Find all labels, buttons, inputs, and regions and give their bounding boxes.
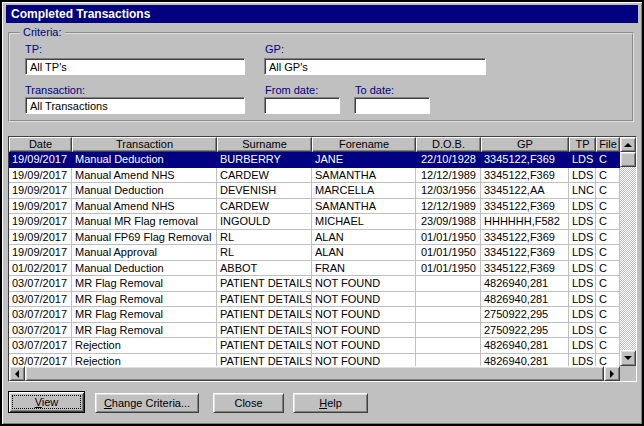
cell: 4826940,281 — [481, 354, 569, 367]
scroll-right-button[interactable] — [604, 366, 620, 381]
cell: LDS — [569, 338, 596, 354]
cell — [416, 307, 481, 323]
close-button[interactable]: Close — [213, 393, 284, 413]
change-criteria-button[interactable]: Change Criteria... — [95, 393, 199, 413]
cell: C — [596, 354, 620, 367]
to-date-input[interactable] — [354, 97, 430, 114]
table-row[interactable]: 19/09/2017Manual DeductionDEVENISHMARCEL… — [9, 183, 620, 199]
window-title: Completed Transactions — [11, 7, 150, 21]
mnemonic-char: H — [319, 397, 327, 409]
table-row[interactable]: 03/07/2017RejectionPATIENT DETAILSNOT FO… — [9, 354, 620, 367]
cell: 4826940,281 — [481, 338, 569, 354]
cell: LDS — [569, 276, 596, 292]
up-arrow-icon — [624, 143, 632, 147]
table-row[interactable]: 19/09/2017Manual FP69 Flag RemovalRLALAN… — [9, 230, 620, 246]
cell: LNC — [569, 183, 596, 199]
transactions-table: DateTransactionSurnameForenameD.O.B.GPTP… — [8, 136, 637, 382]
help-button[interactable]: Help — [293, 393, 368, 413]
from-date-input[interactable] — [264, 97, 340, 114]
mnemonic-char: C — [104, 397, 112, 409]
table-row[interactable]: 03/07/2017MR Flag RemovalPATIENT DETAILS… — [9, 292, 620, 308]
view-button[interactable]: View — [8, 391, 85, 413]
transaction-input[interactable] — [25, 97, 245, 114]
cell: Rejection — [72, 338, 217, 354]
scroll-down-button[interactable] — [620, 350, 636, 366]
cell: PATIENT DETAILS — [217, 276, 312, 292]
cell: Manual Deduction — [72, 261, 217, 277]
cell — [416, 354, 481, 367]
cell: C — [596, 276, 620, 292]
cell: C — [596, 292, 620, 308]
gp-input[interactable] — [264, 58, 486, 75]
horizontal-scrollbar[interactable] — [9, 366, 620, 381]
cell: 01/01/1950 — [416, 261, 481, 277]
cell: NOT FOUND — [312, 307, 416, 323]
table-row[interactable]: 03/07/2017RejectionPATIENT DETAILSNOT FO… — [9, 338, 620, 354]
cell: 03/07/2017 — [9, 354, 72, 367]
column-header-date[interactable]: Date — [9, 137, 72, 152]
scroll-up-button[interactable] — [620, 137, 636, 152]
column-header-file[interactable]: File — [596, 137, 620, 152]
cell: 3345122,F369 — [481, 168, 569, 184]
vertical-scroll-thumb[interactable] — [620, 152, 636, 167]
cell: C — [596, 307, 620, 323]
cell: Manual Approval — [72, 245, 217, 261]
cell: 2750922,295 — [481, 323, 569, 339]
column-header-surname[interactable]: Surname — [217, 137, 312, 152]
cell: Manual FP69 Flag Removal — [72, 230, 217, 246]
cell: LDS — [569, 307, 596, 323]
cell: PATIENT DETAILS — [217, 307, 312, 323]
cell: Manual Amend NHS — [72, 199, 217, 215]
scroll-left-button[interactable] — [9, 366, 25, 381]
down-arrow-icon — [624, 356, 632, 360]
cell: 03/07/2017 — [9, 338, 72, 354]
focus-ring — [12, 395, 81, 409]
to-date-label: To date: — [355, 84, 394, 96]
cell: 19/09/2017 — [9, 230, 72, 246]
criteria-groupbox: Criteria: TP: GP: Transaction: From date… — [8, 32, 634, 122]
tp-input[interactable] — [25, 58, 245, 75]
cell: 4826940,281 — [481, 276, 569, 292]
cell: 23/09/1988 — [416, 214, 481, 230]
table-row[interactable]: 01/02/2017Manual DeductionABBOTFRAN01/01… — [9, 261, 620, 277]
cell: Manual Deduction — [72, 183, 217, 199]
cell: C — [596, 183, 620, 199]
column-header-forename[interactable]: Forename — [312, 137, 416, 152]
title-bar: Completed Transactions — [6, 5, 638, 23]
cell: 03/07/2017 — [9, 323, 72, 339]
cell: MICHAEL — [312, 214, 416, 230]
cell: 19/09/2017 — [9, 168, 72, 184]
vertical-scrollbar[interactable] — [620, 137, 636, 366]
cell: 19/09/2017 — [9, 199, 72, 215]
cell: LDS — [569, 245, 596, 261]
criteria-group-label: Criteria: — [20, 26, 65, 38]
cell: BURBERRY — [217, 152, 312, 168]
gp-label: GP: — [265, 43, 284, 55]
table-row[interactable]: 19/09/2017Manual DeductionBURBERRYJANE22… — [9, 152, 620, 168]
column-header-gp[interactable]: GP — [481, 137, 569, 152]
table-row[interactable]: 19/09/2017Manual ApprovalRLALAN01/01/195… — [9, 245, 620, 261]
cell: PATIENT DETAILS — [217, 338, 312, 354]
cell: 3345122,F369 — [481, 245, 569, 261]
cell: 19/09/2017 — [9, 183, 72, 199]
cell: NOT FOUND — [312, 323, 416, 339]
column-header-tp[interactable]: TP — [569, 137, 596, 152]
cell: C — [596, 323, 620, 339]
cell: HHHHHH,F582 — [481, 214, 569, 230]
table-row[interactable]: 03/07/2017MR Flag RemovalPATIENT DETAILS… — [9, 276, 620, 292]
cell: C — [596, 168, 620, 184]
cell: C — [596, 214, 620, 230]
table-row[interactable]: 03/07/2017MR Flag RemovalPATIENT DETAILS… — [9, 307, 620, 323]
cell: LDS — [569, 214, 596, 230]
table-row[interactable]: 19/09/2017Manual Amend NHSCARDEWSAMANTHA… — [9, 168, 620, 184]
table-header-row: DateTransactionSurnameForenameD.O.B.GPTP… — [9, 137, 620, 152]
column-header-dob[interactable]: D.O.B. — [416, 137, 481, 152]
horizontal-scroll-thumb[interactable] — [25, 366, 604, 381]
cell: C — [596, 261, 620, 277]
column-header-transaction[interactable]: Transaction — [72, 137, 217, 152]
table-row[interactable]: 03/07/2017MR Flag RemovalPATIENT DETAILS… — [9, 323, 620, 339]
table-row[interactable]: 19/09/2017Manual Amend NHSCARDEWSAMANTHA… — [9, 199, 620, 215]
table-row[interactable]: 19/09/2017Manual MR Flag removalINGOULDM… — [9, 214, 620, 230]
scrollbar-corner — [620, 366, 636, 381]
cell — [416, 323, 481, 339]
